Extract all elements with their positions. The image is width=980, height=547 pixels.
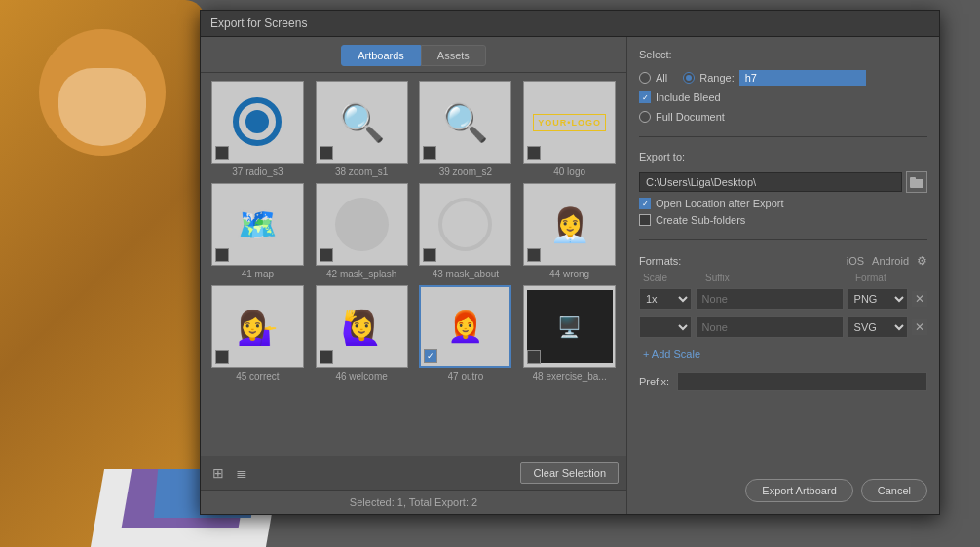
artboard-item-47[interactable]: 👩‍🦰 47 outro — [417, 285, 515, 382]
radio-all[interactable]: All — [639, 72, 667, 84]
divider-2 — [639, 239, 927, 240]
gear-icon[interactable]: ⚙ — [917, 254, 927, 268]
artboard-checkbox-41[interactable] — [215, 248, 229, 262]
artboard-item-37[interactable]: 37 radio_s3 — [208, 81, 307, 177]
svg-rect-1 — [910, 177, 916, 181]
artboard-item-43[interactable]: 43 mask_about — [417, 183, 515, 279]
scale-select-1[interactable]: 1x 2x 3x — [639, 288, 692, 310]
artboard-thumb-46: 🙋‍♀️ — [316, 285, 408, 368]
select-label: Select: — [639, 49, 927, 60]
artboard-checkbox-45[interactable] — [215, 350, 229, 364]
artboard-checkbox-47[interactable] — [424, 349, 437, 363]
remove-format-1-button[interactable]: ✕ — [912, 291, 927, 307]
format-select-2[interactable]: SVG PNG PDF — [848, 316, 908, 338]
tab-artboards[interactable]: Artboards — [341, 45, 421, 66]
view-icons: ⊞ ≣ — [208, 463, 251, 483]
artboard-item-39[interactable]: 🔍 39 zoom_s2 — [417, 81, 515, 177]
full-document-label: Full Document — [656, 111, 725, 123]
format-select-1[interactable]: PNG SVG PDF — [848, 288, 908, 310]
artboard-checkbox-40[interactable] — [527, 146, 541, 160]
artboard-item-42[interactable]: 42 mask_splash — [313, 183, 411, 279]
artboard-checkbox-48[interactable] — [527, 350, 541, 364]
artboard-label-40: 40 logo — [553, 166, 585, 177]
format-columns-header: Scale Suffix Format — [639, 273, 927, 283]
range-input[interactable] — [739, 70, 866, 86]
artboard-item-45[interactable]: 💁‍♀️ 45 correct — [208, 285, 307, 382]
col-suffix-label: Suffix — [705, 273, 851, 283]
artboard-item-46[interactable]: 🙋‍♀️ 46 welcome — [313, 285, 411, 382]
artboard-checkbox-38[interactable] — [320, 146, 333, 160]
dialog-body: Artboards Assets — [201, 37, 939, 514]
col-scale-label: Scale — [643, 273, 701, 283]
tab-assets[interactable]: Assets — [421, 45, 486, 66]
radio-range-label: Range: — [699, 72, 734, 84]
ios-button[interactable]: iOS — [847, 255, 864, 267]
scale-select-2[interactable]: 1x 2x — [639, 316, 692, 338]
tabs-container: Artboards Assets — [201, 37, 626, 73]
open-location-row[interactable]: Open Location after Export — [639, 198, 927, 209]
remove-format-2-button[interactable]: ✕ — [912, 319, 927, 335]
artboard-item-38[interactable]: 🔍 38 zoom_s1 — [313, 81, 411, 177]
format-row-2: 1x 2x SVG PNG PDF ✕ — [639, 316, 927, 338]
artboard-thumb-45: 💁‍♀️ — [211, 285, 304, 368]
radio-range[interactable]: Range: — [683, 70, 865, 86]
artboard-item-40[interactable]: YOUR•LOGO 40 logo — [520, 81, 619, 177]
artboards-container[interactable]: 37 radio_s3 🔍 38 zoom_s1 🔍 — [201, 73, 626, 456]
artboard-thumb-40: YOUR•LOGO — [523, 81, 616, 164]
path-row — [639, 171, 927, 193]
artboard-thumb-43 — [419, 183, 511, 266]
selected-info: Selected: 1, Total Export: 2 — [201, 490, 626, 514]
artboard-thumb-42 — [316, 183, 408, 266]
export-artboard-button[interactable]: Export Artboard — [745, 479, 852, 502]
create-subfolders-checkbox[interactable] — [639, 214, 651, 226]
create-subfolders-row[interactable]: Create Sub-folders — [639, 214, 927, 226]
artboard-label-48: 48 exercise_ba... — [533, 371, 607, 382]
cancel-button[interactable]: Cancel — [861, 479, 927, 502]
include-bleed-row[interactable]: Include Bleed — [639, 91, 927, 103]
bottom-actions: Export Artboard Cancel — [639, 471, 927, 502]
artboard-thumb-44: 👩‍💼 — [523, 183, 616, 266]
dialog-title: Export for Screens — [210, 17, 307, 30]
open-location-checkbox[interactable] — [639, 198, 651, 209]
artboard-label-37: 37 radio_s3 — [232, 166, 283, 177]
formats-section: Formats: iOS Android ⚙ Scale Suffix Form… — [639, 254, 927, 362]
android-button[interactable]: Android — [872, 255, 909, 267]
artboard-checkbox-39[interactable] — [423, 146, 436, 160]
radio-row: All Range: — [639, 70, 927, 86]
artboard-thumb-47: 👩‍🦰 — [419, 285, 511, 368]
export-path-input[interactable] — [639, 172, 902, 192]
artboard-label-45: 45 correct — [236, 371, 279, 382]
artboard-thumb-37 — [211, 81, 304, 164]
suffix-input-1[interactable] — [696, 288, 844, 310]
artboard-checkbox-46[interactable] — [320, 350, 333, 364]
artboard-checkbox-42[interactable] — [320, 248, 333, 262]
clear-selection-button[interactable]: Clear Selection — [520, 462, 619, 484]
artboard-item-41[interactable]: 🗺️ 41 map — [208, 183, 307, 279]
prefix-label: Prefix: — [639, 376, 669, 387]
artboard-label-39: 39 zoom_s2 — [439, 166, 492, 177]
artboard-checkbox-43[interactable] — [423, 248, 436, 262]
artboard-thumb-38: 🔍 — [316, 81, 408, 164]
artboard-thumb-41: 🗺️ — [211, 183, 304, 266]
include-bleed-checkbox[interactable] — [639, 91, 651, 103]
list-view-icon[interactable]: ≣ — [232, 463, 251, 483]
artboard-thumb-39: 🔍 — [419, 81, 511, 164]
artboard-label-41: 41 map — [242, 269, 274, 279]
create-subfolders-label: Create Sub-folders — [656, 214, 745, 226]
full-document-row[interactable]: Full Document — [639, 111, 927, 123]
divider-1 — [639, 136, 927, 137]
bottom-toolbar: ⊞ ≣ Clear Selection — [201, 456, 626, 490]
suffix-input-2[interactable] — [696, 316, 844, 338]
artboard-item-48[interactable]: 🖥️ 48 exercise_ba... — [520, 285, 619, 382]
artboard-checkbox-37[interactable] — [215, 146, 229, 160]
add-scale-button[interactable]: + Add Scale — [639, 346, 927, 362]
artboard-checkbox-44[interactable] — [527, 248, 541, 262]
full-document-radio — [639, 111, 651, 123]
browse-folder-button[interactable] — [906, 171, 927, 193]
grid-view-icon[interactable]: ⊞ — [208, 463, 228, 483]
radio-all-circle — [639, 72, 651, 84]
prefix-input[interactable] — [677, 372, 927, 391]
artboard-item-44[interactable]: 👩‍💼 44 wrong — [520, 183, 619, 279]
export-to-label: Export to: — [639, 151, 927, 163]
formats-header: Formats: iOS Android ⚙ — [639, 254, 927, 268]
